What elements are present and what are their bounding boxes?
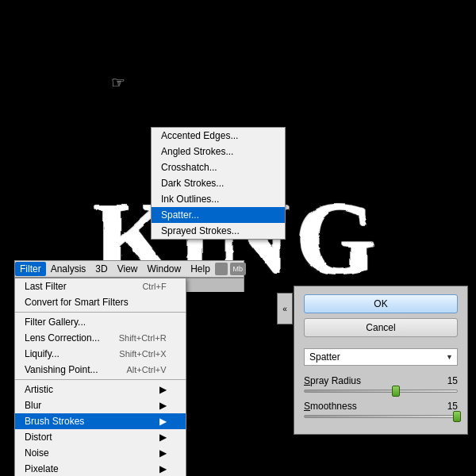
spray-underline: S <box>304 375 310 386</box>
menu-divider-1 <box>15 312 186 313</box>
menubar: Filter Analysis 3D View Window Help Mb <box>14 260 244 278</box>
menu-item-label: Lens Correction... <box>25 332 100 344</box>
filter-dropdown: Last Filter Ctrl+F Convert for Smart Fil… <box>14 278 186 476</box>
smoothness-thumb[interactable] <box>453 411 461 422</box>
menu-help[interactable]: Help <box>186 262 215 276</box>
menu-item-smart-filters[interactable]: Convert for Smart Filters <box>15 294 186 310</box>
submenu-item-accented-edges[interactable]: Accented Edges... <box>152 128 285 144</box>
submenu-arrow: ▶ <box>159 432 167 443</box>
menu-item-shortcut: Ctrl+F <box>142 282 166 291</box>
menu-analysis[interactable]: Analysis <box>46 262 91 276</box>
menu-item-last-filter[interactable]: Last Filter Ctrl+F <box>15 278 186 294</box>
menu-filter[interactable]: Filter <box>15 262 46 276</box>
menu-item-lens-correction[interactable]: Lens Correction... Shift+Ctrl+R <box>15 330 186 346</box>
smoothness-label-row: Smoothness 15 <box>304 401 458 412</box>
cancel-button[interactable]: Cancel <box>304 318 458 337</box>
menu-item-label: Brush Strokes <box>25 416 84 427</box>
filter-select-wrapper: Spatter <box>304 348 458 366</box>
submenu-item-ink-outlines[interactable]: Ink Outlines... <box>152 191 285 207</box>
menu-item-filter-gallery[interactable]: Filter Gallery... <box>15 314 186 330</box>
menu-divider-2 <box>15 379 186 380</box>
submenu-item-crosshatch[interactable]: Crosshatch... <box>152 159 285 175</box>
submenu-item-dark-strokes[interactable]: Dark Strokes... <box>152 175 285 191</box>
smoothness-track[interactable] <box>304 415 458 418</box>
smoothness-value: 15 <box>447 401 458 412</box>
submenu-arrow: ▶ <box>159 447 167 459</box>
submenu-item-angled-strokes[interactable]: Angled Strokes... <box>152 144 285 159</box>
menubar-icon-1 <box>215 263 228 275</box>
submenu-item-sprayed-strokes[interactable]: Sprayed Strokes... <box>152 223 285 239</box>
menu-item-label: Noise <box>25 447 49 459</box>
smoothness-row: Smoothness 15 <box>304 401 458 418</box>
menu-item-label: Liquify... <box>25 348 60 359</box>
brush-strokes-submenu: Accented Edges... Angled Strokes... Cros… <box>151 127 286 240</box>
menu-view[interactable]: View <box>113 262 143 276</box>
spray-radius-row: Spray Radius 15 <box>304 375 458 393</box>
filter-panel: « OK Cancel Spatter Spray Radius 15 Smoo… <box>294 286 468 435</box>
smoothness-label: Smoothness <box>304 401 357 412</box>
filter-type-row: Spatter <box>304 348 458 366</box>
panel-collapse-button[interactable]: « <box>277 293 293 324</box>
menubar-icon-2: Mb <box>230 263 246 275</box>
menu-item-label: Blur <box>25 400 41 411</box>
spray-radius-value: 15 <box>447 375 458 386</box>
submenu-arrow: ▶ <box>159 384 167 395</box>
submenu-item-spatter[interactable]: Spatter... <box>152 207 285 223</box>
spray-radius-label: Spray Radius <box>304 375 361 386</box>
panel-action-buttons: OK Cancel <box>304 294 458 337</box>
menu-item-blur[interactable]: Blur ▶ <box>15 397 186 413</box>
submenu-arrow: ▶ <box>159 463 167 474</box>
menu-item-label: Filter Gallery... <box>25 317 86 328</box>
menu-item-label: Vanishing Point... <box>25 364 98 375</box>
menu-item-pixelate[interactable]: Pixelate ▶ <box>15 461 186 476</box>
menu-item-shortcut: Alt+Ctrl+V <box>127 365 167 374</box>
menu-item-artistic[interactable]: Artistic ▶ <box>15 382 186 397</box>
menu-item-liquify[interactable]: Liquify... Shift+Ctrl+X <box>15 346 186 362</box>
menu-item-label: Pixelate <box>25 463 59 474</box>
menu-item-shortcut: Shift+Ctrl+X <box>119 349 166 359</box>
submenu-arrow: ▶ <box>159 416 167 427</box>
menu-item-vanishing-point[interactable]: Vanishing Point... Alt+Ctrl+V <box>15 362 186 378</box>
ok-button[interactable]: OK <box>304 294 458 313</box>
cursor-indicator: ☞ <box>111 73 125 92</box>
menu-item-noise[interactable]: Noise ▶ <box>15 445 186 461</box>
spray-radius-track[interactable] <box>304 390 458 393</box>
spray-radius-thumb[interactable] <box>392 386 400 397</box>
filter-select[interactable]: Spatter <box>304 348 458 366</box>
menu-item-shortcut: Shift+Ctrl+R <box>119 333 167 343</box>
menu-window[interactable]: Window <box>143 262 186 276</box>
menu-item-label: Distort <box>25 432 52 443</box>
collapse-arrows-icon: « <box>282 305 287 313</box>
menu-item-label: Artistic <box>25 384 53 395</box>
submenu-arrow: ▶ <box>159 400 167 411</box>
menu-3d[interactable]: 3D <box>90 262 112 276</box>
smoothness-underline: S <box>304 401 310 412</box>
menu-item-label: Convert for Smart Filters <box>25 297 129 308</box>
filter-menu: Last Filter Ctrl+F Convert for Smart Fil… <box>14 278 186 476</box>
menu-item-label: Last Filter <box>25 281 67 292</box>
menu-item-brush-strokes[interactable]: Brush Strokes ▶ <box>15 413 186 429</box>
menu-item-distort[interactable]: Distort ▶ <box>15 429 186 445</box>
spray-radius-label-row: Spray Radius 15 <box>304 375 458 386</box>
